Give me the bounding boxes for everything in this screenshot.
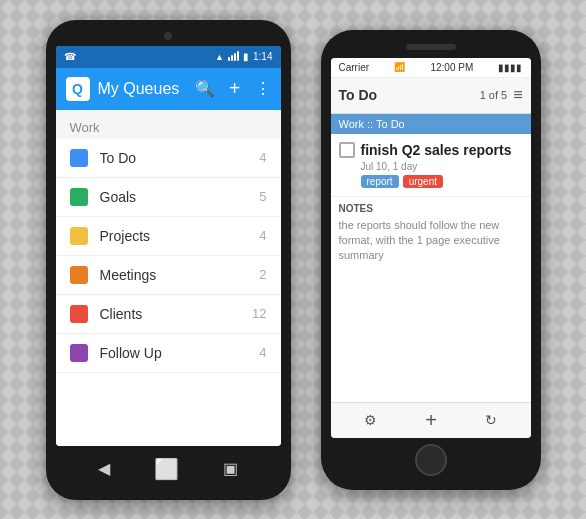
android-nav-bar: ◀ ⬜ ▣ (56, 450, 281, 488)
queue-list: To Do4Goals5Projects4Meetings2Clients12F… (56, 139, 281, 446)
menu-icon[interactable]: ≡ (513, 86, 522, 104)
app-logo: Q (66, 77, 90, 101)
color-dot (70, 188, 88, 206)
notes-text: the reports should follow the new format… (339, 218, 523, 264)
color-dot (70, 266, 88, 284)
iphone-home-button[interactable] (415, 444, 447, 476)
add-task-button[interactable]: + (425, 409, 437, 432)
add-icon[interactable]: + (229, 77, 241, 100)
color-dot (70, 305, 88, 323)
status-left: ☎ (64, 51, 76, 62)
task-title: finish Q2 sales reports (361, 142, 512, 158)
iphone-status-bar: Carrier 📶 12:00 PM ▮▮▮▮ (331, 58, 531, 78)
list-item[interactable]: Projects4 (56, 217, 281, 256)
time-display: 1:14 (253, 51, 272, 62)
refresh-button[interactable]: ↻ (485, 412, 497, 428)
iphone-battery-icon: ▮▮▮▮ (498, 62, 522, 73)
carrier-label: Carrier (339, 62, 370, 73)
item-count: 2 (259, 267, 266, 282)
list-item[interactable]: Goals5 (56, 178, 281, 217)
tag-report: report (361, 175, 399, 188)
list-item[interactable]: Follow Up4 (56, 334, 281, 373)
task-tags: report urgent (339, 175, 523, 188)
item-label: Meetings (100, 267, 248, 283)
iphone-time: 12:00 PM (430, 62, 473, 73)
color-dot (70, 149, 88, 167)
item-label: Follow Up (100, 345, 248, 361)
iphone-bottom-bar: ⚙ + ↻ (331, 402, 531, 438)
pager-label: 1 of 5 (480, 89, 508, 101)
item-label: To Do (100, 150, 248, 166)
carrier-icon: ☎ (64, 51, 76, 62)
android-status-bar: ☎ ▲ ▮ 1:14 (56, 46, 281, 68)
item-count: 12 (252, 306, 266, 321)
more-icon[interactable]: ⋮ (255, 79, 271, 98)
status-icons: 📶 (394, 62, 405, 72)
home-button[interactable]: ⬜ (154, 457, 179, 481)
list-item[interactable]: Clients12 (56, 295, 281, 334)
notes-section: NOTES the reports should follow the new … (331, 197, 531, 270)
list-item[interactable]: Meetings2 (56, 256, 281, 295)
list-item[interactable]: To Do4 (56, 139, 281, 178)
android-phone: ☎ ▲ ▮ 1:14 Q My Que (46, 20, 291, 500)
iphone-screen: Carrier 📶 12:00 PM ▮▮▮▮ To Do 1 of 5 ≡ W… (331, 58, 531, 438)
iphone: Carrier 📶 12:00 PM ▮▮▮▮ To Do 1 of 5 ≡ W… (321, 30, 541, 490)
android-camera (164, 32, 172, 40)
color-dot (70, 344, 88, 362)
battery-android-icon: ▮ (243, 51, 249, 62)
wifi-iphone-icon: 📶 (394, 62, 405, 72)
item-label: Projects (100, 228, 248, 244)
spacer (331, 270, 531, 402)
item-count: 4 (259, 345, 266, 360)
task-item[interactable]: finish Q2 sales reports Jul 10, 1 day re… (331, 134, 531, 197)
android-screen: ☎ ▲ ▮ 1:14 Q My Que (56, 46, 281, 446)
toolbar-icons: 🔍 + ⋮ (195, 77, 271, 100)
iphone-speaker (406, 44, 456, 50)
android-toolbar: Q My Queues 🔍 + ⋮ (56, 68, 281, 110)
recent-apps-button[interactable]: ▣ (223, 459, 238, 478)
search-icon[interactable]: 🔍 (195, 79, 215, 98)
item-label: Goals (100, 189, 248, 205)
back-button[interactable]: ◀ (98, 459, 110, 478)
notes-header: NOTES (339, 203, 523, 214)
item-count: 5 (259, 189, 266, 204)
breadcrumb: Work :: To Do (331, 114, 531, 134)
filter-button[interactable]: ⚙ (364, 412, 377, 428)
wifi-icon: ▲ (215, 52, 224, 62)
section-header: Work (56, 110, 281, 139)
iphone-toolbar: To Do 1 of 5 ≡ (331, 78, 531, 114)
signal-icon (228, 51, 239, 63)
tag-urgent: urgent (403, 175, 443, 188)
item-count: 4 (259, 228, 266, 243)
item-count: 4 (259, 150, 266, 165)
task-header: finish Q2 sales reports (339, 142, 523, 158)
iphone-toolbar-title: To Do (339, 87, 474, 103)
item-label: Clients (100, 306, 241, 322)
color-dot (70, 227, 88, 245)
task-checkbox[interactable] (339, 142, 355, 158)
task-meta: Jul 10, 1 day (339, 161, 523, 172)
toolbar-title: My Queues (98, 80, 187, 98)
status-right: ▲ ▮ 1:14 (215, 51, 272, 63)
